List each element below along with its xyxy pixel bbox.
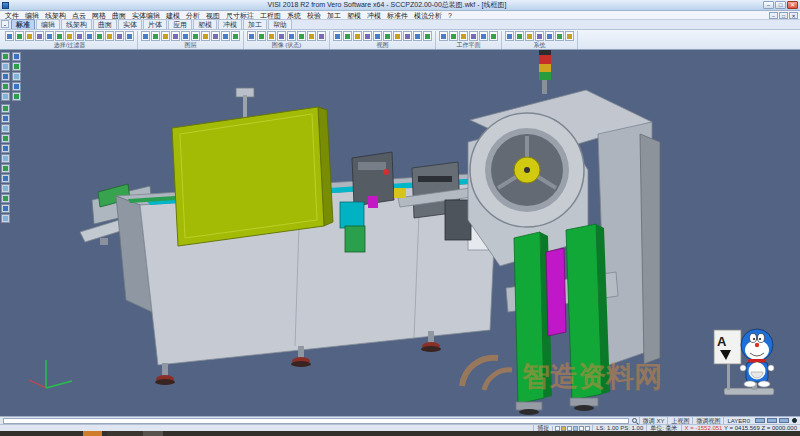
tool-icon[interactable] [12, 52, 21, 61]
tool-icon[interactable] [1, 52, 10, 61]
ribbon-icon[interactable] [479, 31, 488, 41]
ribbon-icon[interactable] [489, 31, 498, 41]
ribbon-icon[interactable] [151, 31, 160, 41]
tool-icon[interactable] [1, 184, 10, 193]
layer-swatch[interactable] [779, 418, 789, 423]
ribbon-icon[interactable] [221, 31, 230, 41]
menu-item[interactable]: 冲模 [364, 11, 384, 20]
ribbon-icon[interactable] [75, 31, 84, 41]
search-icon[interactable] [632, 418, 637, 423]
snap-grid-icon[interactable] [555, 426, 560, 431]
snap-intersection-icon[interactable] [579, 426, 584, 431]
minimize-button[interactable]: – [763, 1, 774, 9]
tool-icon[interactable] [1, 174, 10, 183]
ribbon-icon[interactable] [95, 31, 104, 41]
taskbar-app[interactable] [107, 431, 143, 436]
ribbon-icon[interactable] [231, 31, 240, 41]
ribbon-icon[interactable] [105, 31, 114, 41]
toolbar-tab[interactable]: 线架构 [61, 19, 92, 29]
ribbon-icon[interactable] [545, 31, 554, 41]
tool-icon[interactable] [1, 194, 10, 203]
tool-icon[interactable] [1, 144, 10, 153]
ribbon-icon[interactable] [373, 31, 382, 41]
tool-icon[interactable] [12, 92, 21, 101]
menu-item[interactable]: 加工 [324, 11, 344, 20]
tool-icon[interactable] [1, 154, 10, 163]
toolbar-tab[interactable]: 应用 [168, 19, 192, 29]
ribbon-icon[interactable] [535, 31, 544, 41]
ribbon-icon[interactable] [515, 31, 524, 41]
ribbon-icon[interactable] [383, 31, 392, 41]
ribbon-icon[interactable] [5, 31, 14, 41]
ribbon-icon[interactable] [505, 31, 514, 41]
snap-midpoint-icon[interactable] [567, 426, 572, 431]
taskbar-active-app[interactable] [83, 431, 102, 436]
ribbon-icon[interactable] [191, 31, 200, 41]
toolbar-tab[interactable]: 实体 [118, 19, 142, 29]
ribbon-icon[interactable] [297, 31, 306, 41]
ribbon-icon[interactable] [247, 31, 256, 41]
mdi-restore-button[interactable]: □ [779, 12, 788, 19]
ribbon-icon[interactable] [423, 31, 432, 41]
viewport[interactable]: 智造资料网 A [0, 50, 800, 416]
tool-icon[interactable] [1, 82, 10, 91]
ribbon-icon[interactable] [267, 31, 276, 41]
tool-icon[interactable] [1, 164, 10, 173]
tool-icon[interactable] [1, 104, 10, 113]
ribbon-icon[interactable] [353, 31, 362, 41]
snap-center-icon[interactable] [573, 426, 578, 431]
color-swatch[interactable] [755, 418, 765, 423]
ribbon-icon[interactable] [439, 31, 448, 41]
ribbon-icon[interactable] [25, 31, 34, 41]
ribbon-icon[interactable] [449, 31, 458, 41]
viewport-canvas[interactable]: 智造资料网 A [0, 50, 800, 416]
ribbon-icon[interactable] [363, 31, 372, 41]
ribbon-icon[interactable] [55, 31, 64, 41]
ribbon-icon[interactable] [15, 31, 24, 41]
ribbon-icon[interactable] [565, 31, 574, 41]
ribbon-icon[interactable] [393, 31, 402, 41]
ribbon-icon[interactable] [45, 31, 54, 41]
toolbar-tab[interactable]: 塑模 [193, 19, 217, 29]
line-style-swatch[interactable] [767, 418, 777, 423]
ribbon-icon[interactable] [201, 31, 210, 41]
ribbon-icon[interactable] [403, 31, 412, 41]
close-button[interactable]: ✕ [787, 1, 798, 9]
tool-icon[interactable] [1, 124, 10, 133]
menu-item[interactable]: 标准件 [384, 11, 411, 20]
tool-icon[interactable] [1, 62, 10, 71]
toolbar-tab[interactable]: 曲面 [93, 19, 117, 29]
ribbon-icon[interactable] [65, 31, 74, 41]
ribbon-icon[interactable] [555, 31, 564, 41]
ribbon-icon[interactable] [333, 31, 342, 41]
tool-icon[interactable] [1, 214, 10, 223]
toolbar-tab[interactable]: 编辑 [36, 19, 60, 29]
ribbon-icon[interactable] [181, 31, 190, 41]
mdi-close-button[interactable]: ✕ [789, 12, 798, 19]
tool-icon[interactable] [1, 72, 10, 81]
tool-icon[interactable] [12, 62, 21, 71]
tool-icon[interactable] [1, 204, 10, 213]
ribbon-icon[interactable] [277, 31, 286, 41]
ribbon-icon[interactable] [459, 31, 468, 41]
toolbar-tab[interactable]: 片体 [143, 19, 167, 29]
toolbar-collapse-button[interactable]: - [1, 20, 9, 28]
ribbon-icon[interactable] [115, 31, 124, 41]
ribbon-icon[interactable] [317, 31, 326, 41]
ribbon-icon[interactable] [343, 31, 352, 41]
maximize-button[interactable]: □ [775, 1, 786, 9]
os-taskbar[interactable] [0, 431, 800, 436]
ribbon-icon[interactable] [171, 31, 180, 41]
menu-item[interactable]: 校验 [304, 11, 324, 20]
toolbar-tab[interactable]: 帮助 [268, 19, 292, 29]
status-dot-indicator[interactable] [792, 418, 797, 423]
ribbon-icon[interactable] [525, 31, 534, 41]
tool-icon[interactable] [1, 92, 10, 101]
ribbon-icon[interactable] [307, 31, 316, 41]
ribbon-icon[interactable] [469, 31, 478, 41]
snap-point-icon[interactable] [561, 426, 566, 431]
snap-endpoint-icon[interactable] [585, 426, 590, 431]
ribbon-icon[interactable] [413, 31, 422, 41]
taskbar-app[interactable] [143, 431, 163, 436]
toolbar-tab[interactable]: 加工 [243, 19, 267, 29]
